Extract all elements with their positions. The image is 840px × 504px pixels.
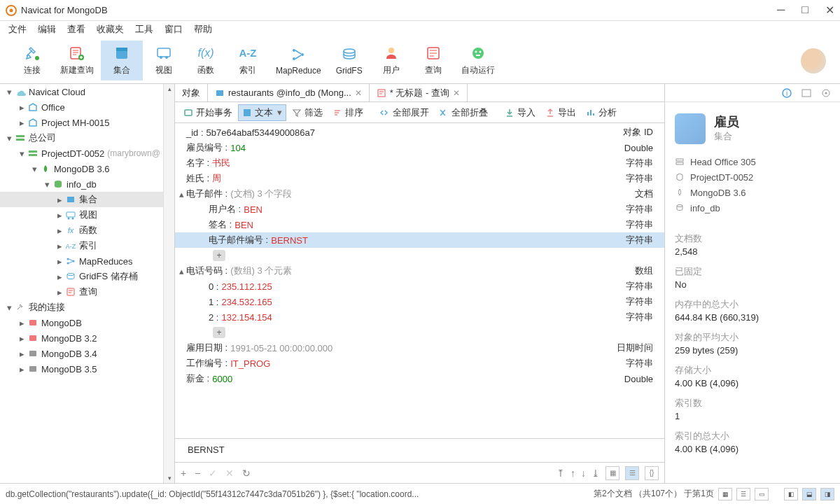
expand-icon[interactable]: ▾ — [4, 133, 14, 144]
toolbar-gridfs-button[interactable]: GridFS — [328, 42, 370, 80]
tree-item-ProjectDT-0052[interactable]: ▾ProjectDT-0052(marybrown@ — [0, 146, 174, 161]
menu-收藏夹[interactable]: 收藏夹 — [92, 22, 128, 37]
tree-item-查询[interactable]: ▸查询 — [0, 284, 174, 300]
expand-icon[interactable]: ▸ — [17, 118, 27, 128]
start-transaction-button[interactable]: 开始事务 — [179, 104, 237, 121]
doc-field-row[interactable]: 雇员编号 : 104Double — [175, 140, 664, 155]
tree-item-集合[interactable]: ▸集合 — [0, 192, 174, 207]
expand-icon[interactable]: ▾ — [42, 179, 52, 190]
doc-field-row[interactable]: 电子邮件编号 : BERNST字符串 — [175, 232, 664, 248]
doc-field-row[interactable]: 2 : 132.154.154字符串 — [175, 309, 664, 325]
menu-文件[interactable]: 文件 — [4, 22, 31, 37]
close-button[interactable]: ✕ — [825, 4, 834, 17]
connection-tree[interactable]: ▾Navicat Cloud▸Office▸Project MH-0015▾总公… — [0, 84, 175, 483]
expand-icon[interactable]: ▸ — [55, 241, 64, 251]
scroll-down-icon[interactable]: ▾ — [164, 473, 175, 483]
expand-icon[interactable]: ▸ — [17, 318, 27, 328]
prev-page-button[interactable]: ↑ — [570, 468, 575, 479]
minimize-button[interactable]: ─ — [777, 4, 785, 17]
expand-icon[interactable]: ▸ — [55, 225, 64, 236]
tree-item-索引[interactable]: ▸A-Z索引 — [0, 238, 174, 253]
toolbar-autorun-button[interactable]: 自动运行 — [454, 41, 502, 80]
tree-item-MongoDB 3.2[interactable]: ▸MongoDB 3.2 — [0, 330, 174, 346]
toolbar-index-button[interactable]: A-Z索引 — [227, 41, 269, 80]
delete-record-button[interactable]: − — [195, 468, 200, 479]
tree-item-Office[interactable]: ▸Office — [0, 99, 174, 115]
tree-item-MapReduces[interactable]: ▸MapReduces — [0, 253, 174, 269]
doc-field-row[interactable]: 1 : 234.532.165字符串 — [175, 294, 664, 309]
sb-bottom-panel-icon[interactable]: ⬓ — [802, 488, 816, 500]
close-icon[interactable]: ✕ — [355, 88, 362, 98]
doc-field-row[interactable]: 名字 : 书民字符串 — [175, 155, 664, 171]
expand-icon[interactable]: ▾ — [4, 302, 14, 313]
toolbar-collection-button[interactable]: 集合 — [101, 41, 143, 80]
import-button[interactable]: 导入 — [500, 104, 540, 121]
export-button[interactable]: 导出 — [541, 104, 580, 121]
expand-icon[interactable]: ▾ — [4, 87, 14, 97]
tree-item-MongoDB 3.4[interactable]: ▸MongoDB 3.4 — [0, 346, 174, 361]
toolbar-newquery-button[interactable]: 新建查询 — [53, 41, 101, 80]
expand-icon[interactable]: ▸ — [17, 364, 27, 374]
tree-item-我的连接[interactable]: ▾我的连接 — [0, 300, 174, 315]
sb-detail-icon[interactable]: ▭ — [755, 488, 769, 500]
doc-field-row[interactable]: 0 : 235.112.125字符串 — [175, 279, 664, 294]
menu-查看[interactable]: 查看 — [63, 22, 90, 37]
expand-icon[interactable]: ▾ — [17, 148, 27, 159]
doc-field-row[interactable]: 用户名 : BEN字符串 — [175, 202, 664, 217]
filter-button[interactable]: 筛选 — [288, 104, 327, 121]
tree-item-视图[interactable]: ▸视图 — [0, 207, 174, 223]
add-record-button[interactable]: + — [181, 468, 186, 479]
content-tab-0[interactable]: 对象 — [175, 84, 208, 102]
form-view-button[interactable]: ☰ — [625, 466, 639, 480]
expand-icon[interactable]: ▸ — [55, 256, 64, 267]
doc-field-row[interactable]: _id : 5b7e64abaf5344900086a7对象 ID — [175, 125, 664, 140]
doc-field-row[interactable]: 雇用日期 : 1991-05-21 00:00:00.000日期时间 — [175, 340, 664, 356]
doc-field-row[interactable]: + — [175, 248, 664, 263]
collapse-all-button[interactable]: 全部折叠 — [435, 104, 492, 121]
doc-field-row[interactable]: ▴电子邮件 : (文档) 3 个字段文档 — [175, 186, 664, 202]
tree-item-函数[interactable]: ▸fx函数 — [0, 223, 174, 238]
doc-field-row[interactable]: 工作编号 : IT_PROG字符串 — [175, 356, 664, 371]
tree-item-MongoDB 3.5[interactable]: ▸MongoDB 3.5 — [0, 361, 174, 377]
sb-right-panel-icon[interactable]: ◨ — [820, 488, 834, 500]
analyze-button[interactable]: 分析 — [582, 104, 621, 121]
add-field-button[interactable]: + — [213, 327, 225, 338]
toolbar-query-button[interactable]: 查询 — [412, 41, 454, 80]
tree-item-MongoDB 3.6[interactable]: ▾MongoDB 3.6 — [0, 161, 174, 176]
tree-item-MongoDB[interactable]: ▸MongoDB — [0, 315, 174, 330]
toolbar-connect-button[interactable]: 连接 — [11, 41, 53, 80]
expand-icon[interactable]: ▸ — [55, 272, 64, 282]
doc-field-row[interactable]: + — [175, 325, 664, 340]
ddl-tab-icon[interactable] — [801, 88, 812, 99]
first-page-button[interactable]: ⤒ — [556, 468, 565, 479]
toolbar-mapreduce-button[interactable]: MapReduce — [269, 42, 328, 80]
cancel-button[interactable]: ✕ — [225, 468, 234, 479]
settings-tab-icon[interactable] — [820, 88, 832, 99]
text-view-button[interactable]: 文本▾ — [238, 104, 286, 121]
avatar[interactable] — [801, 48, 826, 74]
json-view-button[interactable]: {} — [645, 466, 659, 480]
expand-icon[interactable]: ▴ — [176, 266, 186, 276]
tree-item-Navicat Cloud[interactable]: ▾Navicat Cloud — [0, 84, 174, 99]
content-tab-1[interactable]: restaurants @info_db (Mong...✕ — [208, 84, 370, 102]
tree-item-info_db[interactable]: ▾info_db — [0, 176, 174, 192]
sb-grid-icon[interactable]: ▦ — [718, 488, 732, 500]
expand-icon[interactable]: ▴ — [176, 189, 186, 200]
menu-帮助[interactable]: 帮助 — [190, 22, 216, 37]
toolbar-user-button[interactable]: 用户 — [370, 41, 412, 80]
menu-工具[interactable]: 工具 — [131, 22, 158, 37]
menu-编辑[interactable]: 编辑 — [34, 22, 60, 37]
info-tab-icon[interactable]: i — [781, 88, 792, 99]
doc-field-row[interactable]: 薪金 : 6000Double — [175, 371, 664, 386]
expand-icon[interactable]: ▸ — [17, 102, 27, 113]
next-page-button[interactable]: ↓ — [581, 468, 586, 479]
content-tab-2[interactable]: * 无标题 - 查询✕ — [370, 84, 468, 102]
expand-icon[interactable]: ▸ — [17, 349, 27, 359]
refresh-button[interactable]: ↻ — [242, 468, 251, 479]
expand-icon[interactable]: ▸ — [17, 333, 27, 344]
scroll-up-icon[interactable]: ▴ — [164, 84, 175, 94]
doc-field-row[interactable]: ▴电话号码 : (数组) 3 个元素数组 — [175, 263, 664, 279]
expand-all-button[interactable]: 全部展开 — [376, 104, 433, 121]
grid-view-button[interactable]: ▦ — [606, 466, 620, 480]
expand-icon[interactable]: ▸ — [55, 195, 64, 205]
